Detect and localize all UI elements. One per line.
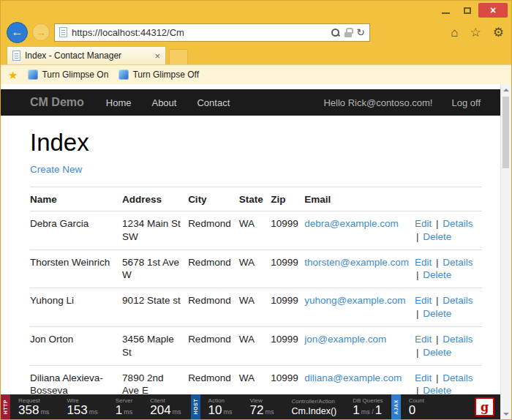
cell-email: debra@example.com — [304, 211, 415, 250]
nav-link-contact[interactable]: Contact — [197, 97, 230, 108]
table-row: Jon Orton 3456 Maple St Redmond WA 10999… — [30, 326, 482, 365]
close-button[interactable]: × — [478, 3, 508, 18]
forward-button[interactable]: → — [32, 23, 50, 41]
delete-link[interactable]: Delete — [423, 269, 451, 280]
metric-value-2: 1 — [375, 403, 382, 417]
metric-unit: ms — [89, 408, 98, 416]
minimize-button[interactable] — [436, 3, 456, 18]
browser-toolbar-icons: ⌂ ☆ ⚙ — [451, 26, 504, 39]
cell-state: WA — [239, 211, 271, 250]
edit-link[interactable]: Edit — [415, 218, 432, 229]
details-link[interactable]: Details — [443, 372, 473, 383]
metric-unit: ms — [265, 408, 274, 416]
glimpse-http-tab[interactable]: HTTP — [1, 394, 10, 419]
brand-link[interactable]: CM Demo — [30, 96, 84, 109]
email-link[interactable]: thorsten@example.com — [304, 257, 409, 268]
tab-title: Index - Contact Manager — [25, 50, 150, 61]
table-row: Thorsten Weinrich 5678 1st Ave W Redmond… — [30, 250, 482, 288]
favorites-bar: ★ Turn Glimpse On Turn Glimpse Off — [1, 64, 511, 84]
nav-link-home[interactable]: Home — [106, 97, 132, 108]
vertical-scrollbar[interactable] — [500, 84, 511, 419]
header-city: City — [188, 187, 239, 211]
edit-link[interactable]: Edit — [415, 372, 432, 383]
action-separator: | — [436, 257, 439, 268]
action-separator: | — [416, 231, 419, 242]
account-greeting-link[interactable]: Hello Rick@contoso.com! — [323, 97, 432, 108]
glimpse-metric-action: Action 10ms — [200, 394, 242, 419]
back-button[interactable]: ← — [7, 22, 28, 43]
favorites-icon[interactable]: ☆ — [470, 26, 481, 39]
details-link[interactable]: Details — [443, 334, 473, 345]
favorite-label: Turn Glimpse On — [42, 70, 108, 80]
metric-value: 358 — [18, 403, 39, 417]
minimize-icon — [442, 12, 450, 14]
glimpse-logo-button[interactable]: g — [475, 397, 494, 416]
email-link[interactable]: debra@example.com — [304, 218, 399, 229]
details-link[interactable]: Details — [443, 257, 473, 268]
email-link[interactable]: yuhong@example.com — [304, 295, 405, 306]
cell-name: Jon Orton — [30, 326, 122, 365]
favorite-label: Turn Glimpse Off — [132, 70, 199, 80]
cell-state: WA — [239, 326, 271, 365]
gear-icon[interactable]: ⚙ — [493, 26, 504, 39]
browser-tab[interactable]: Index - Contact Manager × — [7, 46, 166, 64]
glimpse-bookmarklet-icon — [28, 70, 38, 80]
title-bar: × — [1, 1, 511, 20]
delete-link[interactable]: Delete — [423, 308, 451, 319]
create-new-link[interactable]: Create New — [30, 164, 82, 175]
favorite-turn-glimpse-off[interactable]: Turn Glimpse Off — [118, 70, 199, 80]
metric-value: 10 — [208, 403, 222, 417]
url-text[interactable]: https://localhost:44312/Cm — [72, 27, 326, 38]
search-icon[interactable] — [331, 28, 340, 37]
delete-link[interactable]: Delete — [423, 231, 451, 242]
cell-state: WA — [239, 250, 271, 288]
glimpse-metric-server: Server 1ms — [108, 394, 142, 419]
metric-unit: ms / — [361, 408, 374, 416]
email-link[interactable]: diliana@example.com — [304, 372, 402, 383]
details-link[interactable]: Details — [443, 295, 473, 306]
cell-address: 1234 Main St SW — [122, 211, 188, 250]
new-tab-button[interactable] — [169, 49, 188, 64]
action-separator: | — [416, 347, 419, 358]
favorite-turn-glimpse-on[interactable]: Turn Glimpse On — [28, 70, 108, 80]
cell-name: Yuhong Li — [30, 288, 122, 327]
forward-icon: → — [37, 27, 46, 38]
metric-label: Controller/Action — [291, 398, 336, 405]
page-viewport: CM Demo Home About Contact Hello Rick@co… — [1, 84, 511, 419]
cell-zip: 10999 — [271, 250, 304, 288]
table-row: Yuhong Li 9012 State st Redmond WA 10999… — [30, 288, 482, 327]
email-link[interactable]: jon@example.com — [304, 334, 386, 345]
metric-value: Cm.Index() — [291, 406, 336, 416]
logoff-link[interactable]: Log off — [451, 97, 481, 108]
scrollbar-up-arrow[interactable] — [501, 84, 511, 95]
glimpse-host-label: HOST — [193, 399, 198, 414]
delete-link[interactable]: Delete — [423, 347, 451, 358]
add-favorite-star-icon[interactable]: ★ — [8, 70, 18, 80]
home-icon[interactable]: ⌂ — [451, 26, 458, 39]
scrollbar-down-arrow[interactable] — [501, 408, 511, 419]
glimpse-metric-client: Client 204ms — [142, 394, 190, 419]
glimpse-ajax-tab[interactable]: AJAX — [391, 394, 401, 419]
scrollbar-thumb[interactable] — [502, 97, 509, 168]
site-navbar: CM Demo Home About Contact Hello Rick@co… — [1, 89, 511, 116]
edit-link[interactable]: Edit — [415, 295, 432, 306]
edit-link[interactable]: Edit — [415, 334, 432, 345]
url-field[interactable]: https://localhost:44312/Cm ↻ — [54, 23, 370, 42]
metric-value: 1 — [116, 403, 122, 417]
glimpse-metric-view: View 72ms — [242, 394, 284, 419]
edit-link[interactable]: Edit — [415, 257, 432, 268]
header-name: Name — [30, 187, 122, 211]
refresh-icon[interactable]: ↻ — [356, 27, 365, 37]
main-content: Index Create New Name Address City State… — [1, 129, 511, 404]
glimpse-spacer — [432, 394, 475, 419]
details-link[interactable]: Details — [443, 218, 473, 229]
tab-close-icon[interactable]: × — [154, 50, 160, 61]
tab-strip: Index - Contact Manager × — [1, 45, 511, 64]
cell-city: Redmond — [188, 250, 239, 288]
glimpse-host-tab[interactable]: HOST — [191, 394, 200, 419]
cell-zip: 10999 — [271, 211, 304, 250]
maximize-button[interactable] — [457, 3, 477, 18]
table-row: Debra Garcia 1234 Main St SW Redmond WA … — [30, 211, 482, 250]
action-separator: | — [436, 218, 439, 229]
nav-link-about[interactable]: About — [151, 97, 176, 108]
